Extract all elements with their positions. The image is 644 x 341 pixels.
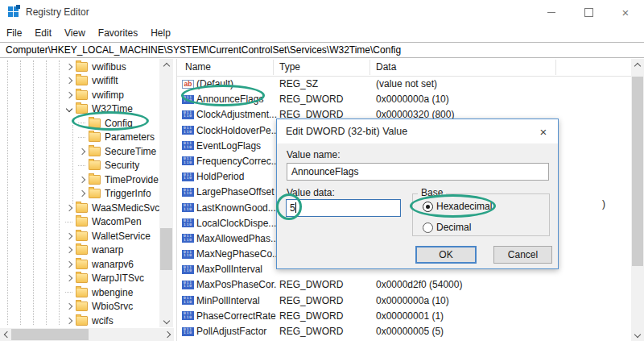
expand-icon[interactable] [64, 78, 74, 83]
close-button[interactable]: × [607, 0, 644, 24]
tree-item-security[interactable]: Security [0, 159, 159, 173]
menu-edit[interactable]: Edit [28, 24, 58, 42]
value-data-input[interactable]: 5 [286, 199, 401, 217]
folder-icon [76, 316, 88, 326]
folder-icon [89, 147, 101, 156]
folder-icon [76, 260, 88, 269]
scroll-left-icon[interactable] [0, 328, 11, 341]
tree-item-triggerinfo[interactable]: TriggerInfo [0, 187, 159, 202]
value-name: ClockAdjustment... [196, 107, 277, 123]
column-separator[interactable] [273, 60, 274, 75]
value-name: FrequencyCorrec... [196, 154, 277, 169]
tree-item-label: Security [105, 160, 139, 171]
tree-item-label: TimeProvide [105, 174, 159, 185]
data-overflow-fragment: ) [602, 198, 605, 210]
tree-item-wanarp[interactable]: wanarp [0, 243, 159, 258]
menu-file[interactable]: File [2, 24, 28, 42]
tree-item-parameters[interactable]: Parameters [0, 131, 159, 145]
expand-icon[interactable] [64, 234, 74, 239]
radio-decimal[interactable]: Decimal [423, 222, 471, 233]
expand-icon[interactable] [64, 206, 74, 210]
collapse-icon[interactable] [64, 106, 74, 111]
reg-dword-icon: 011110 [182, 234, 194, 243]
expand-icon[interactable] [76, 149, 87, 154]
radio-decimal-label: Decimal [436, 222, 471, 233]
list-header: Name Type Data [177, 59, 631, 77]
tree-item-wanarpv6[interactable]: wanarpv6 [0, 257, 159, 272]
list-vertical-scrollbar[interactable] [631, 59, 644, 341]
reg-dword-icon: 011110 [182, 188, 194, 197]
tree-vertical-scrollbar[interactable] [159, 59, 173, 327]
scroll-down-icon[interactable] [631, 329, 644, 341]
value-name: PhaseCorrectRate [196, 309, 277, 324]
maximize-button[interactable] [570, 0, 607, 24]
folder-icon [76, 104, 88, 114]
scroll-right-icon[interactable] [163, 328, 174, 341]
folder-icon [89, 132, 101, 142]
cancel-button[interactable]: Cancel [493, 246, 552, 264]
tree-item-warpjitsvc[interactable]: WarpJITSvc [0, 272, 159, 286]
dialog-close-icon[interactable]: × [536, 124, 551, 139]
expand-icon[interactable] [76, 191, 87, 196]
scroll-up-icon[interactable] [631, 59, 644, 71]
reg-dword-icon: 011110 [182, 265, 194, 274]
tree-scrollbar-thumb[interactable] [160, 228, 172, 270]
expand-icon[interactable] [64, 318, 74, 323]
registry-value-row-phasecorrectrate[interactable]: 011110PhaseCorrectRateREG_DWORD0x0000000… [177, 309, 631, 324]
annotation-circle-hexadecimal [410, 194, 496, 218]
expand-icon[interactable] [64, 276, 74, 281]
value-data: 0x00000005 (5) [376, 324, 444, 339]
scroll-down-icon[interactable] [159, 315, 173, 327]
tree-item-label: vwififlt [92, 75, 118, 86]
tree-item-walletservice[interactable]: WalletService [0, 229, 159, 243]
tree-item-label: TriggerInfo [105, 188, 151, 199]
folder-icon [76, 231, 88, 241]
tree-item-wacompen[interactable]: WacomPen [0, 215, 159, 230]
expand-icon[interactable] [64, 64, 74, 69]
tree-item-wcifs[interactable]: wcifs [0, 314, 159, 328]
minimize-button[interactable] [533, 0, 570, 24]
value-name: MaxNegPhaseCo... [196, 247, 277, 262]
expand-icon[interactable] [64, 304, 74, 309]
column-separator[interactable] [369, 60, 370, 75]
menu-favorites[interactable]: Favorites [92, 24, 144, 42]
tree-item-label: WbioSrvc [92, 301, 133, 312]
tree-item-label: wanarp [92, 244, 123, 256]
column-header-name[interactable]: Name [185, 59, 211, 76]
tree-connector [64, 222, 74, 222]
menu-view[interactable]: View [58, 24, 92, 42]
tree-item-wbiosrvc[interactable]: WbioSrvc [0, 300, 159, 314]
registry-value-row-polladjustfactor[interactable]: 011110PollAdjustFactorREG_DWORD0x0000000… [177, 324, 631, 339]
tree-item-vwififlt[interactable]: vwififlt [0, 74, 159, 89]
tree-item-vwifimp[interactable]: vwifimp [0, 88, 159, 102]
column-header-type[interactable]: Type [279, 59, 300, 76]
tree-hscrollbar-thumb[interactable] [11, 329, 89, 340]
expand-icon[interactable] [64, 93, 74, 98]
folder-icon [76, 301, 88, 311]
ok-button[interactable]: OK [415, 246, 477, 264]
expand-icon[interactable] [64, 262, 74, 267]
address-bar[interactable]: Computer\HKEY_LOCAL_MACHINE\SYSTEM\Curre… [0, 42, 644, 58]
value-name-field[interactable]: AnnounceFlags [287, 163, 549, 181]
expand-icon[interactable] [64, 247, 74, 252]
tree-horizontal-scrollbar[interactable] [0, 328, 174, 341]
menu-help[interactable]: Help [144, 24, 177, 42]
registry-value-row-maxposphasecor[interactable]: 011110MaxPosPhaseCor...REG_DWORD0x0000d2… [177, 277, 631, 293]
value-name: HoldPeriod [196, 169, 277, 185]
registry-value-row-minpollinterval[interactable]: 011110MinPollIntervalREG_DWORD0x0000000a… [177, 293, 631, 309]
reg-dword-icon: 011110 [182, 110, 194, 119]
scroll-up-icon[interactable] [159, 59, 173, 71]
tree-item-waasmedicsvc[interactable]: WaaSMedicSvc [0, 201, 159, 215]
tree-item-label: wanarpv6 [92, 259, 134, 270]
registry-tree: vwifibusvwififltvwifimpW32TimeConfigPara… [0, 60, 159, 328]
expand-icon[interactable] [76, 177, 87, 182]
tree-item-wbengine[interactable]: wbengine [0, 285, 159, 300]
column-separator[interactable] [555, 60, 556, 75]
column-header-data[interactable]: Data [376, 59, 396, 76]
tree-item-vwifibus[interactable]: vwifibus [0, 60, 159, 74]
tree-item-label: wcifs [92, 315, 114, 326]
tree-item-timeprovide[interactable]: TimeProvide [0, 173, 159, 187]
list-scrollbar-thumb[interactable] [632, 77, 643, 266]
tree-item-securetime[interactable]: SecureTime [0, 144, 159, 159]
folder-icon [76, 217, 88, 227]
